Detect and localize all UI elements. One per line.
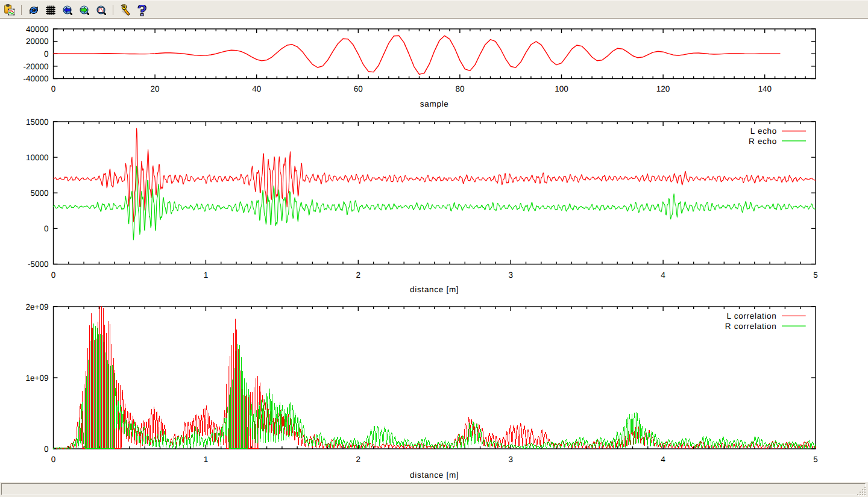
svg-text:40: 40: [252, 84, 261, 93]
svg-text:2: 2: [356, 270, 361, 280]
svg-text:L echo: L echo: [750, 127, 777, 136]
svg-text:5: 5: [813, 455, 818, 464]
svg-text:-40000: -40000: [23, 74, 48, 83]
svg-text:20: 20: [151, 84, 160, 93]
svg-text:1: 1: [204, 455, 209, 464]
svg-text:140: 140: [758, 84, 772, 93]
svg-text:3: 3: [508, 455, 513, 464]
svg-text:4: 4: [661, 455, 665, 464]
svg-text:-20000: -20000: [23, 62, 48, 71]
svg-text:0: 0: [51, 84, 56, 93]
svg-text:distance [m]: distance [m]: [410, 285, 459, 294]
svg-text:1: 1: [204, 270, 209, 280]
svg-text:5000: 5000: [30, 189, 48, 198]
svg-text:sample: sample: [420, 99, 449, 108]
svg-text:60: 60: [354, 84, 363, 93]
svg-text:20000: 20000: [26, 37, 49, 46]
svg-text:L correlation: L correlation: [727, 311, 777, 320]
svg-text:2: 2: [356, 455, 361, 464]
svg-text:10000: 10000: [26, 153, 49, 162]
svg-text:0: 0: [51, 270, 56, 280]
svg-text:0: 0: [44, 445, 49, 454]
svg-text:R correlation: R correlation: [725, 322, 777, 331]
svg-text:3: 3: [508, 270, 513, 280]
svg-text:80: 80: [455, 84, 464, 93]
svg-text:120: 120: [656, 84, 670, 93]
svg-text:0: 0: [51, 455, 56, 464]
svg-text:0: 0: [44, 49, 49, 58]
svg-text:1e+09: 1e+09: [26, 374, 49, 383]
svg-text:-5000: -5000: [28, 260, 49, 269]
svg-text:R echo: R echo: [749, 137, 777, 146]
svg-text:40000: 40000: [26, 25, 49, 34]
svg-text:100: 100: [555, 84, 568, 93]
svg-text:4: 4: [661, 270, 665, 280]
svg-text:2e+09: 2e+09: [26, 302, 49, 311]
svg-text:15000: 15000: [26, 117, 49, 127]
svg-text:5: 5: [813, 270, 818, 280]
svg-text:distance [m]: distance [m]: [410, 470, 459, 480]
svg-text:0: 0: [44, 224, 49, 233]
